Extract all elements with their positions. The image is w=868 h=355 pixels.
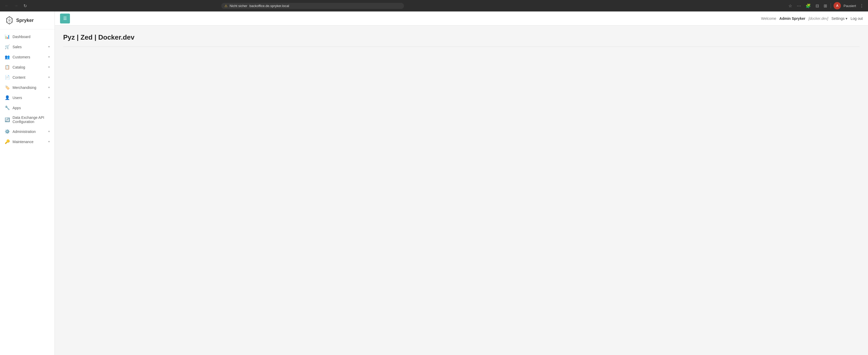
sidebar-item-data-exchange[interactable]: 🔄Data Exchange API Configuration xyxy=(0,113,55,127)
customers-icon: 👥 xyxy=(5,55,10,60)
users-label: Users xyxy=(12,96,46,100)
merchandising-label: Merchandising xyxy=(12,85,46,90)
dashboard-label: Dashboard xyxy=(12,35,50,39)
data-exchange-icon: 🔄 xyxy=(5,117,10,122)
welcome-prefix: Welcome xyxy=(761,16,776,21)
sidebar-logo: Spryker xyxy=(0,11,55,30)
sidebar-item-merchandising[interactable]: 🏷️Merchandising▾ xyxy=(0,82,55,93)
content-label: Content xyxy=(12,75,46,79)
more-button[interactable]: ⋯ xyxy=(796,2,802,9)
data-exchange-label: Data Exchange API Configuration xyxy=(12,115,50,124)
sidebar-item-catalog[interactable]: 📋Catalog▾ xyxy=(0,62,55,72)
sidebar-item-customers[interactable]: 👥Customers▾ xyxy=(0,52,55,62)
administration-icon: ⚙️ xyxy=(5,129,10,134)
menu-toggle-button[interactable]: ☰ xyxy=(60,13,70,24)
sidebar-item-dashboard[interactable]: 📊Dashboard xyxy=(0,32,55,42)
page-content-area: Pyz | Zed | Docker.dev xyxy=(55,26,868,355)
admin-name: Admin Spryker xyxy=(779,16,805,21)
merchandising-icon: 🏷️ xyxy=(5,85,10,90)
profiles-button[interactable]: ⊟ xyxy=(814,2,820,9)
browser-chrome: ← → ↻ ⚠ Nicht sicher backoffice.de.spryk… xyxy=(0,0,868,11)
settings-chevron-icon: ▾ xyxy=(845,16,847,21)
catalog-chevron-icon: ▾ xyxy=(48,65,50,69)
settings-button[interactable]: Settings ▾ xyxy=(832,16,848,21)
catalog-label: Catalog xyxy=(12,65,46,69)
sidebar-item-sales[interactable]: 🛒Sales▾ xyxy=(0,42,55,52)
sidebar-navigation: 📊Dashboard🛒Sales▾👥Customers▾📋Catalog▾📄Co… xyxy=(0,30,55,149)
app-layout: Spryker 📊Dashboard🛒Sales▾👥Customers▾📋Cat… xyxy=(0,11,868,355)
top-bar-right: Welcome Admin Spryker [docker.dev] Setti… xyxy=(761,16,863,21)
settings-label: Settings xyxy=(832,16,845,21)
logo-text: Spryker xyxy=(16,18,34,23)
top-bar: ☰ Welcome Admin Spryker [docker.dev] Set… xyxy=(55,11,868,26)
security-label: Nicht sicher xyxy=(230,4,247,8)
sidebar-item-maintenance[interactable]: 🔑Maintenance▾ xyxy=(0,137,55,147)
address-bar[interactable]: ⚠ Nicht sicher backoffice.de.spryker.loc… xyxy=(221,3,404,9)
refresh-button[interactable]: ↻ xyxy=(22,2,28,9)
docker-tag: [docker.dev] xyxy=(808,16,828,21)
browser-action-buttons: ☆ ⋯ 🧩 ⊟ ⊞ A Pausiert ⋮ xyxy=(787,2,865,9)
dashboard-icon: 📊 xyxy=(5,34,10,39)
browser-menu-button[interactable]: ⋮ xyxy=(859,2,865,9)
sales-icon: 🛒 xyxy=(5,44,10,49)
sidebar-toggle-button[interactable]: ⊞ xyxy=(823,2,828,9)
apps-icon: 🔧 xyxy=(5,105,10,110)
page-title: Pyz | Zed | Docker.dev xyxy=(63,33,860,41)
sidebar-item-users[interactable]: 👤Users▾ xyxy=(0,93,55,103)
customers-label: Customers xyxy=(12,55,46,59)
administration-label: Administration xyxy=(12,130,46,134)
merchandising-chevron-icon: ▾ xyxy=(48,86,50,89)
maintenance-icon: 🔑 xyxy=(5,139,10,144)
users-chevron-icon: ▾ xyxy=(48,96,50,99)
forward-button[interactable]: → xyxy=(12,2,20,9)
extensions-button[interactable]: 🧩 xyxy=(805,2,812,9)
sidebar-item-apps[interactable]: 🔧Apps xyxy=(0,103,55,113)
administration-chevron-icon: ▾ xyxy=(48,130,50,133)
main-content: ☰ Welcome Admin Spryker [docker.dev] Set… xyxy=(55,11,868,355)
maintenance-chevron-icon: ▾ xyxy=(48,140,50,143)
users-icon: 👤 xyxy=(5,95,10,100)
sales-label: Sales xyxy=(12,45,46,49)
back-button[interactable]: ← xyxy=(3,2,10,9)
catalog-icon: 📋 xyxy=(5,65,10,70)
apps-label: Apps xyxy=(12,106,50,110)
content-icon: 📄 xyxy=(5,75,10,80)
customers-chevron-icon: ▾ xyxy=(48,55,50,59)
spryker-logo-icon xyxy=(5,15,14,25)
logout-button[interactable]: Log out xyxy=(850,16,863,21)
sidebar-item-administration[interactable]: ⚙️Administration▾ xyxy=(0,127,55,137)
user-avatar[interactable]: A xyxy=(834,2,841,9)
security-warning-icon: ⚠ xyxy=(224,4,227,8)
url-text: backoffice.de.spryker.local xyxy=(249,4,289,8)
paused-label: Pausiert xyxy=(843,4,856,8)
bookmark-button[interactable]: ☆ xyxy=(787,2,793,9)
sidebar: Spryker 📊Dashboard🛒Sales▾👥Customers▾📋Cat… xyxy=(0,11,55,355)
maintenance-label: Maintenance xyxy=(12,140,46,144)
content-chevron-icon: ▾ xyxy=(48,76,50,79)
sidebar-item-content[interactable]: 📄Content▾ xyxy=(0,72,55,82)
sales-chevron-icon: ▾ xyxy=(48,45,50,48)
